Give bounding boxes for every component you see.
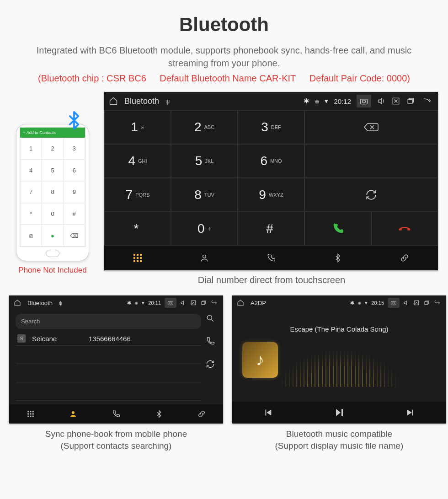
playpause-button[interactable]: [304, 402, 375, 424]
status-app-name: Bluetooth: [124, 97, 159, 106]
bt-status-icon: ✱: [127, 300, 131, 306]
svg-rect-24: [32, 413, 34, 415]
bt-status-icon: ✱: [350, 300, 354, 306]
contact-badge: S: [17, 334, 26, 343]
svg-point-15: [170, 302, 172, 304]
key-5[interactable]: 5JKL: [171, 144, 238, 178]
next-button[interactable]: [375, 402, 446, 424]
key-8[interactable]: 8TUV: [171, 178, 238, 212]
svg-rect-21: [32, 411, 34, 412]
phonebook-screenshot: Bluetooth ψ ✱ ⎈ ▾ 20:11: [9, 295, 223, 424]
key-6[interactable]: 6MNO: [238, 144, 304, 178]
svg-point-28: [72, 411, 75, 414]
svg-rect-3: [408, 100, 412, 103]
svg-rect-25: [27, 416, 29, 417]
tab-bluetooth[interactable]: [304, 246, 371, 270]
dialer-screenshot: Bluetooth ψ ✱ ⎈ ▾ 20:12: [104, 92, 438, 270]
phone-keypad: 123 456 789 *0# ⎚●⌫: [20, 138, 85, 247]
svg-point-1: [363, 100, 366, 103]
svg-rect-8: [137, 257, 139, 259]
tab-pair[interactable]: [180, 404, 223, 424]
svg-rect-26: [30, 416, 31, 417]
keypad: 1∞ 2ABC 3DEF 4GHI 5JKL 6MNO 7PQRS 8TUV 9…: [104, 110, 438, 246]
refresh-icon[interactable]: [206, 359, 215, 369]
volume-icon[interactable]: [403, 300, 410, 306]
empty-cell: [304, 144, 438, 178]
page-title: Bluetooth: [9, 14, 439, 36]
music-visualizer: [271, 346, 408, 387]
close-icon[interactable]: [190, 300, 197, 306]
volume-icon[interactable]: [180, 300, 187, 306]
svg-rect-19: [27, 411, 29, 412]
svg-point-13: [203, 255, 206, 258]
key-4[interactable]: 4GHI: [104, 144, 171, 178]
home-icon[interactable]: [109, 97, 118, 106]
svg-rect-11: [137, 260, 139, 262]
contact-row[interactable]: S Seicane 13566664466: [16, 332, 201, 346]
status-bar: Bluetooth ψ ✱ ⎈ ▾ 20:11: [9, 295, 223, 310]
music-controls: [232, 402, 446, 424]
key-hash[interactable]: #: [238, 212, 304, 246]
multitask-icon[interactable]: [423, 300, 430, 306]
tab-bluetooth[interactable]: [138, 404, 181, 424]
hangup-button[interactable]: [371, 212, 438, 246]
call-button[interactable]: [304, 212, 371, 246]
svg-point-30: [393, 302, 395, 304]
bt-status-icon: ✱: [304, 97, 309, 105]
volume-icon[interactable]: [377, 97, 386, 106]
tab-call-log[interactable]: [238, 246, 304, 270]
camera-icon[interactable]: [388, 298, 400, 308]
key-2[interactable]: 2ABC: [171, 110, 238, 144]
tab-pair[interactable]: [371, 246, 438, 270]
back-icon[interactable]: [433, 300, 442, 306]
bottom-tabs: [9, 404, 223, 424]
camera-icon[interactable]: [165, 298, 176, 308]
key-3[interactable]: 3DEF: [238, 110, 304, 144]
spec-chip: (Bluetooth chip : CSR BC6: [38, 73, 146, 83]
search-icon[interactable]: [206, 314, 215, 323]
status-time: 20:11: [148, 300, 161, 306]
tab-keypad[interactable]: [104, 246, 171, 270]
tab-contacts[interactable]: [52, 404, 95, 424]
music-screenshot: A2DP ✱ ⎈ ▾ 20:15 Escape (T: [232, 295, 446, 424]
svg-rect-22: [27, 413, 29, 415]
back-icon[interactable]: [210, 300, 219, 306]
svg-rect-32: [425, 302, 428, 305]
spec-line: (Bluetooth chip : CSR BC6 Default Blueto…: [9, 73, 439, 84]
phone-mockup: + Add to Contacts 123 456 789 *0# ⎚●⌫: [16, 124, 89, 261]
home-icon[interactable]: [14, 299, 21, 306]
camera-icon[interactable]: [357, 95, 371, 107]
key-star[interactable]: *: [104, 212, 171, 246]
call-icon[interactable]: [206, 337, 215, 346]
wifi-icon: ▾: [325, 97, 328, 105]
close-icon[interactable]: [413, 300, 420, 306]
prev-button[interactable]: [232, 402, 304, 424]
svg-rect-17: [202, 302, 205, 305]
phone-home-button: [46, 250, 59, 257]
multitask-icon[interactable]: [200, 300, 207, 306]
key-9[interactable]: 9WXYZ: [238, 178, 304, 212]
status-bar: Bluetooth ψ ✱ ⎈ ▾ 20:12: [104, 92, 438, 110]
svg-rect-27: [32, 416, 34, 417]
backspace-button[interactable]: [304, 110, 438, 144]
svg-rect-23: [30, 413, 31, 415]
svg-rect-5: [137, 254, 139, 256]
home-icon[interactable]: [237, 299, 244, 306]
tab-contacts[interactable]: [171, 246, 238, 270]
close-icon[interactable]: [391, 97, 400, 106]
phone-topbar-plus: +: [23, 130, 25, 135]
multitask-icon[interactable]: [406, 97, 415, 106]
back-icon[interactable]: [421, 97, 433, 106]
key-1[interactable]: 1∞: [104, 110, 171, 144]
key-7[interactable]: 7PQRS: [104, 178, 171, 212]
wifi-icon: ▾: [142, 300, 144, 306]
svg-rect-7: [133, 257, 135, 259]
svg-rect-6: [140, 254, 142, 256]
svg-rect-10: [133, 260, 135, 262]
key-0[interactable]: 0+: [171, 212, 238, 246]
tab-call-log[interactable]: [95, 404, 138, 424]
search-input[interactable]: Search: [16, 314, 201, 329]
refresh-button[interactable]: [304, 178, 438, 212]
bluetooth-icon: [64, 110, 84, 130]
tab-keypad[interactable]: [9, 404, 52, 424]
